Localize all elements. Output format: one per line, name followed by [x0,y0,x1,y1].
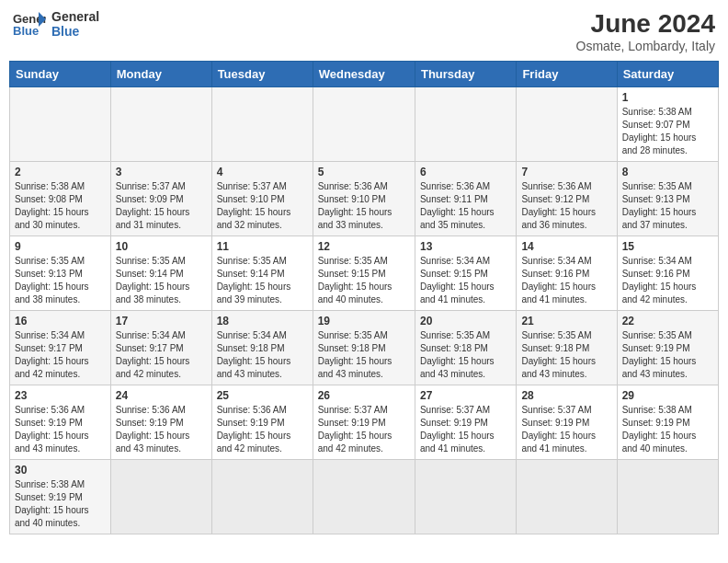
day-info: Sunrise: 5:35 AM Sunset: 9:13 PM Dayligh… [622,180,713,232]
day-number: 13 [420,240,511,253]
day-info: Sunrise: 5:34 AM Sunset: 9:17 PM Dayligh… [15,329,106,381]
day-info: Sunrise: 5:35 AM Sunset: 9:18 PM Dayligh… [521,329,611,381]
day-info: Sunrise: 5:36 AM Sunset: 9:12 PM Dayligh… [521,180,611,232]
day-info: Sunrise: 5:36 AM Sunset: 9:19 PM Dayligh… [217,404,308,455]
day-number: 26 [318,389,410,402]
calendar-day-cell: 12Sunrise: 5:35 AM Sunset: 9:15 PM Dayli… [313,236,415,311]
day-info: Sunrise: 5:38 AM Sunset: 9:08 PM Dayligh… [15,180,106,232]
month-year-title: June 2024 [576,9,715,39]
calendar-week-row: 9Sunrise: 5:35 AM Sunset: 9:13 PM Daylig… [10,236,719,311]
day-number: 15 [622,240,713,253]
day-number: 8 [622,166,713,178]
calendar-day-cell: 6Sunrise: 5:36 AM Sunset: 9:11 PM Daylig… [415,162,516,236]
calendar-day-cell: 2Sunrise: 5:38 AM Sunset: 9:08 PM Daylig… [10,162,111,236]
header: General Blue General Blue June 2024 Osma… [9,9,719,53]
calendar-day-cell [313,460,415,534]
calendar-day-cell: 26Sunrise: 5:37 AM Sunset: 9:19 PM Dayli… [313,385,415,460]
day-number: 22 [622,315,713,327]
calendar-day-cell [415,460,516,534]
calendar-day-cell: 18Sunrise: 5:34 AM Sunset: 9:18 PM Dayli… [211,311,313,385]
day-header-wednesday: Wednesday [313,62,415,87]
day-number: 20 [420,315,511,327]
calendar-day-cell: 19Sunrise: 5:35 AM Sunset: 9:18 PM Dayli… [313,311,415,385]
day-info: Sunrise: 5:34 AM Sunset: 9:15 PM Dayligh… [420,255,511,306]
day-info: Sunrise: 5:37 AM Sunset: 9:19 PM Dayligh… [521,404,611,455]
logo: General Blue General Blue [13,9,99,39]
day-number: 9 [15,240,106,253]
day-info: Sunrise: 5:34 AM Sunset: 9:18 PM Dayligh… [217,329,308,381]
calendar-day-cell [617,460,718,534]
day-info: Sunrise: 5:38 AM Sunset: 9:19 PM Dayligh… [622,404,713,455]
day-info: Sunrise: 5:35 AM Sunset: 9:15 PM Dayligh… [318,255,410,306]
day-header-thursday: Thursday [415,62,516,87]
calendar-day-cell [313,87,415,162]
day-number: 12 [318,240,410,253]
calendar-day-cell: 24Sunrise: 5:36 AM Sunset: 9:19 PM Dayli… [110,385,211,460]
day-info: Sunrise: 5:34 AM Sunset: 9:16 PM Dayligh… [622,255,713,306]
calendar-day-cell: 14Sunrise: 5:34 AM Sunset: 9:16 PM Dayli… [517,236,617,311]
day-info: Sunrise: 5:34 AM Sunset: 9:17 PM Dayligh… [116,329,207,381]
day-info: Sunrise: 5:35 AM Sunset: 9:13 PM Dayligh… [15,255,106,306]
calendar-week-row: 23Sunrise: 5:36 AM Sunset: 9:19 PM Dayli… [10,385,719,460]
calendar-day-cell: 8Sunrise: 5:35 AM Sunset: 9:13 PM Daylig… [617,162,718,236]
day-number: 10 [116,240,207,253]
logo-general-text: General [51,9,99,24]
day-number: 29 [622,389,713,402]
logo-blue-text: Blue [51,24,99,39]
calendar-day-cell: 25Sunrise: 5:36 AM Sunset: 9:19 PM Dayli… [211,385,313,460]
calendar-day-cell: 20Sunrise: 5:35 AM Sunset: 9:18 PM Dayli… [415,311,516,385]
svg-text:Blue: Blue [13,24,39,38]
day-info: Sunrise: 5:37 AM Sunset: 9:09 PM Dayligh… [116,180,207,232]
day-info: Sunrise: 5:37 AM Sunset: 9:19 PM Dayligh… [420,404,511,455]
day-number: 18 [217,315,308,327]
calendar-day-cell: 9Sunrise: 5:35 AM Sunset: 9:13 PM Daylig… [10,236,111,311]
day-number: 7 [521,166,611,178]
day-info: Sunrise: 5:35 AM Sunset: 9:14 PM Dayligh… [217,255,308,306]
day-info: Sunrise: 5:35 AM Sunset: 9:18 PM Dayligh… [318,329,410,381]
day-number: 3 [116,166,207,178]
calendar-day-cell: 3Sunrise: 5:37 AM Sunset: 9:09 PM Daylig… [110,162,211,236]
title-area: June 2024 Osmate, Lombardy, Italy [576,9,715,53]
day-info: Sunrise: 5:36 AM Sunset: 9:19 PM Dayligh… [15,404,106,455]
day-number: 24 [116,389,207,402]
day-number: 19 [318,315,410,327]
calendar-day-cell: 16Sunrise: 5:34 AM Sunset: 9:17 PM Dayli… [10,311,111,385]
calendar-day-cell [10,87,111,162]
day-header-sunday: Sunday [10,62,111,87]
day-number: 1 [622,91,713,104]
day-info: Sunrise: 5:36 AM Sunset: 9:10 PM Dayligh… [318,180,410,232]
calendar-day-cell: 27Sunrise: 5:37 AM Sunset: 9:19 PM Dayli… [415,385,516,460]
day-info: Sunrise: 5:36 AM Sunset: 9:11 PM Dayligh… [420,180,511,232]
calendar-day-cell [517,87,617,162]
calendar-week-row: 1Sunrise: 5:38 AM Sunset: 9:07 PM Daylig… [10,87,719,162]
day-info: Sunrise: 5:37 AM Sunset: 9:19 PM Dayligh… [318,404,410,455]
calendar-day-cell: 1Sunrise: 5:38 AM Sunset: 9:07 PM Daylig… [617,87,718,162]
day-number: 4 [217,166,308,178]
calendar-header-row: SundayMondayTuesdayWednesdayThursdayFrid… [10,62,719,87]
day-header-saturday: Saturday [617,62,718,87]
day-number: 2 [15,166,106,178]
calendar-week-row: 2Sunrise: 5:38 AM Sunset: 9:08 PM Daylig… [10,162,719,236]
day-number: 30 [15,464,106,477]
day-number: 5 [318,166,410,178]
day-number: 11 [217,240,308,253]
day-number: 25 [217,389,308,402]
calendar-day-cell [415,87,516,162]
day-header-monday: Monday [110,62,211,87]
calendar-table: SundayMondayTuesdayWednesdayThursdayFrid… [9,61,719,534]
calendar-day-cell: 7Sunrise: 5:36 AM Sunset: 9:12 PM Daylig… [517,162,617,236]
calendar-day-cell: 13Sunrise: 5:34 AM Sunset: 9:15 PM Dayli… [415,236,516,311]
location-subtitle: Osmate, Lombardy, Italy [576,39,715,53]
calendar-day-cell: 11Sunrise: 5:35 AM Sunset: 9:14 PM Dayli… [211,236,313,311]
calendar-day-cell [211,460,313,534]
calendar-week-row: 30Sunrise: 5:38 AM Sunset: 9:19 PM Dayli… [10,460,719,534]
calendar-day-cell: 30Sunrise: 5:38 AM Sunset: 9:19 PM Dayli… [10,460,111,534]
day-number: 17 [116,315,207,327]
calendar-day-cell: 15Sunrise: 5:34 AM Sunset: 9:16 PM Dayli… [617,236,718,311]
calendar-day-cell [110,460,211,534]
calendar-day-cell [211,87,313,162]
calendar-day-cell: 17Sunrise: 5:34 AM Sunset: 9:17 PM Dayli… [110,311,211,385]
calendar-day-cell: 4Sunrise: 5:37 AM Sunset: 9:10 PM Daylig… [211,162,313,236]
day-number: 23 [15,389,106,402]
calendar-day-cell: 23Sunrise: 5:36 AM Sunset: 9:19 PM Dayli… [10,385,111,460]
